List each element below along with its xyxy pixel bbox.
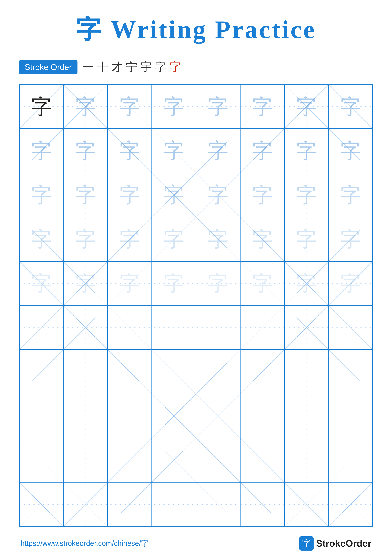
grid-cell[interactable]: 字 — [64, 85, 107, 129]
grid-cell[interactable]: 字 — [328, 261, 373, 306]
grid-cell[interactable]: 字 — [64, 217, 107, 261]
grid-cell[interactable] — [240, 394, 284, 438]
grid-cell[interactable]: 字 — [152, 173, 196, 217]
grid-cell[interactable]: 字 — [152, 129, 196, 173]
grid-cell[interactable]: 字 — [284, 129, 328, 173]
grid-cell[interactable]: 字 — [240, 129, 284, 173]
stroke-step-6: 字 — [155, 59, 166, 75]
stroke-step-3: 才 — [111, 59, 123, 75]
grid-cell[interactable]: 字 — [196, 85, 240, 129]
grid-cell[interactable] — [152, 482, 196, 526]
grid-cell[interactable] — [284, 306, 328, 350]
stroke-step-5: 宇 — [140, 59, 152, 75]
grid-cell[interactable]: 字 — [240, 261, 284, 306]
grid-cell[interactable]: 字 — [196, 217, 240, 261]
grid-cell[interactable]: 字 — [152, 85, 196, 129]
grid-cell[interactable] — [196, 482, 240, 526]
grid-cell[interactable]: 字 — [64, 129, 107, 173]
grid-cell[interactable] — [152, 394, 196, 438]
practice-char: 字 — [296, 229, 317, 249]
grid-cell[interactable]: 字 — [19, 85, 64, 129]
practice-char: 字 — [164, 185, 184, 205]
grid-cell[interactable]: 字 — [196, 261, 240, 306]
grid-cell[interactable] — [240, 438, 284, 482]
grid-cell[interactable] — [108, 482, 152, 526]
grid-cell[interactable]: 字 — [108, 217, 152, 261]
grid-cell[interactable]: 字 — [328, 129, 373, 173]
grid-cell[interactable]: 字 — [64, 261, 107, 306]
practice-char: 字 — [340, 96, 361, 117]
grid-cell[interactable] — [108, 350, 152, 394]
grid-cell[interactable] — [108, 306, 152, 350]
grid-cell[interactable] — [152, 306, 196, 350]
grid-cell[interactable] — [108, 394, 152, 438]
grid-cell[interactable] — [196, 350, 240, 394]
grid-cell[interactable] — [19, 306, 64, 350]
grid-cell[interactable]: 字 — [19, 261, 64, 306]
grid-cell[interactable]: 字 — [196, 129, 240, 173]
grid-cell[interactable] — [152, 438, 196, 482]
grid-cell[interactable]: 字 — [284, 173, 328, 217]
grid-cell[interactable] — [284, 350, 328, 394]
grid-cell[interactable]: 字 — [108, 173, 152, 217]
grid-cell[interactable] — [64, 394, 107, 438]
grid-cell[interactable] — [152, 350, 196, 394]
grid-cell[interactable]: 字 — [108, 261, 152, 306]
grid-cell[interactable] — [284, 438, 328, 482]
grid-cell[interactable] — [284, 482, 328, 526]
grid-cell[interactable] — [328, 438, 373, 482]
grid-cell[interactable] — [240, 306, 284, 350]
grid-cell[interactable] — [19, 350, 64, 394]
grid-cell[interactable]: 字 — [240, 217, 284, 261]
grid-cell[interactable]: 字 — [240, 173, 284, 217]
grid-cell[interactable]: 字 — [19, 129, 64, 173]
practice-char: 字 — [340, 185, 361, 205]
grid-cell[interactable] — [19, 438, 64, 482]
footer: https://www.strokeorder.com/chinese/字 字 … — [19, 536, 373, 551]
grid-cell[interactable] — [196, 394, 240, 438]
grid-cell[interactable]: 字 — [19, 173, 64, 217]
practice-char: 字 — [119, 273, 140, 294]
grid-cell[interactable] — [328, 482, 373, 526]
grid-cell[interactable] — [328, 394, 373, 438]
grid-cell[interactable] — [64, 350, 107, 394]
grid-cell[interactable] — [19, 394, 64, 438]
grid-cell[interactable] — [284, 394, 328, 438]
practice-char: 字 — [296, 185, 317, 205]
grid-cell[interactable]: 字 — [284, 261, 328, 306]
practice-char: 字 — [119, 140, 140, 161]
practice-char: 字 — [208, 229, 228, 249]
grid-cell[interactable]: 字 — [152, 261, 196, 306]
grid-cell[interactable] — [64, 438, 107, 482]
grid-cell[interactable]: 字 — [284, 85, 328, 129]
practice-char: 字 — [164, 229, 184, 249]
practice-char: 字 — [164, 140, 184, 161]
grid-cell[interactable]: 字 — [196, 173, 240, 217]
practice-char: 字 — [75, 273, 96, 294]
grid-cell[interactable]: 字 — [328, 217, 373, 261]
practice-char: 字 — [208, 96, 228, 117]
stroke-order-badge: Stroke Order — [19, 60, 78, 74]
grid-cell[interactable]: 字 — [240, 85, 284, 129]
grid-cell[interactable]: 字 — [108, 129, 152, 173]
practice-char: 字 — [340, 229, 361, 249]
grid-cell[interactable] — [64, 306, 107, 350]
grid-cell[interactable]: 字 — [64, 173, 107, 217]
grid-cell[interactable] — [108, 438, 152, 482]
grid-cell[interactable] — [328, 350, 373, 394]
grid-cell[interactable] — [240, 482, 284, 526]
grid-cell[interactable]: 字 — [152, 217, 196, 261]
grid-cell[interactable] — [328, 306, 373, 350]
grid-cell[interactable]: 字 — [108, 85, 152, 129]
grid-cell[interactable] — [19, 482, 64, 526]
grid-cell[interactable] — [64, 482, 107, 526]
grid-cell[interactable] — [196, 438, 240, 482]
grid-cell[interactable] — [196, 306, 240, 350]
grid-cell[interactable]: 字 — [284, 217, 328, 261]
grid-cell[interactable]: 字 — [328, 85, 373, 129]
grid-cell[interactable]: 字 — [328, 173, 373, 217]
grid-cell[interactable]: 字 — [19, 217, 64, 261]
practice-char: 字 — [252, 140, 273, 161]
page-title: 字 Writing Practice — [76, 13, 316, 47]
grid-cell[interactable] — [240, 350, 284, 394]
